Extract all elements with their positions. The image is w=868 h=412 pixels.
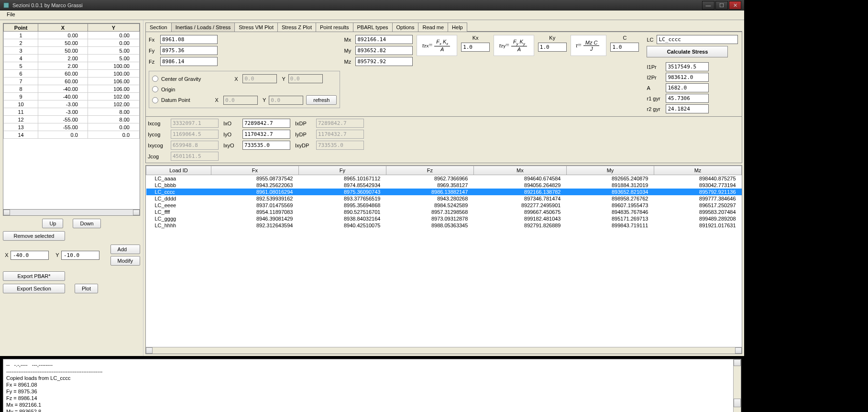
down-button[interactable]: Down <box>73 219 100 228</box>
points-hscroll[interactable] <box>3 209 140 216</box>
mz-input[interactable] <box>355 57 413 66</box>
x-input[interactable] <box>11 251 49 260</box>
maximize-button[interactable]: ☐ <box>715 1 728 10</box>
log-vscroll[interactable] <box>733 359 741 412</box>
titlebar[interactable]: Sezioni 0.0.1 by Marco Grassi — ☐ ✕ <box>0 0 744 11</box>
i1pr-field[interactable] <box>666 62 709 71</box>
tab-stress-z-plot[interactable]: Stress Z Plot <box>277 22 316 32</box>
table-row[interactable]: 10-3.00102.00 <box>4 100 140 108</box>
my-input[interactable] <box>355 46 413 55</box>
table-row[interactable]: LC_ffff8954.11897083890.5275167018957.31… <box>146 209 742 215</box>
cog-y-input <box>288 74 323 83</box>
table-row[interactable]: LC_hhhh892.3126435948940.425100758988.05… <box>146 222 742 229</box>
table-row[interactable]: 10.000.00 <box>4 32 140 39</box>
ky-input[interactable] <box>538 43 567 52</box>
r2-field[interactable] <box>666 104 709 113</box>
table-row[interactable]: LC_eeee8937.014755698995.356948688984.52… <box>146 202 742 209</box>
col-x[interactable]: X <box>38 24 88 32</box>
kx-input[interactable] <box>461 43 490 52</box>
a-field[interactable] <box>666 83 709 92</box>
up-button[interactable]: Up <box>42 219 63 228</box>
calculate-stress-button[interactable]: Calculate Stress <box>647 46 728 57</box>
tab-read-me[interactable]: Read me <box>418 22 448 32</box>
table-row[interactable]: 12-55.008.00 <box>4 116 140 123</box>
fz-input[interactable] <box>160 57 218 66</box>
ixyo-field[interactable] <box>242 141 290 150</box>
load-table[interactable]: Load IDFxFyFzMxMyMz LC_aaaa8955.08737542… <box>145 165 742 354</box>
table-row[interactable]: 42.005.00 <box>4 55 140 62</box>
menu-file[interactable]: File <box>3 11 19 18</box>
table-row[interactable]: 9-40.00102.00 <box>4 93 140 100</box>
r1-field[interactable] <box>666 94 709 103</box>
fy-input[interactable] <box>160 46 218 55</box>
table-row[interactable]: 350.005.00 <box>4 47 140 55</box>
tab-section[interactable]: Section <box>145 22 172 32</box>
scroll-right-icon[interactable] <box>133 210 140 215</box>
form-area: Fx Fy Fz Center of Gravity X Y Origin Da… <box>145 32 742 117</box>
tab-pbarl-types[interactable]: PBARL types <box>353 22 393 32</box>
mx-input[interactable] <box>355 35 413 44</box>
scroll-up-icon[interactable] <box>734 359 741 366</box>
radio-origin[interactable] <box>152 86 158 92</box>
tab-help[interactable]: Help <box>448 22 467 32</box>
table-row[interactable]: 760.00106.00 <box>4 78 140 85</box>
x-label: X <box>3 252 11 258</box>
tab-options[interactable]: Options <box>392 22 419 32</box>
col-fy[interactable]: Fy <box>298 166 386 175</box>
remove-selected-button[interactable]: Remove selected <box>3 231 65 241</box>
i2pr-field[interactable] <box>666 73 709 82</box>
col-my[interactable]: My <box>566 166 654 175</box>
fx-input[interactable] <box>160 35 218 44</box>
table-row[interactable]: 52.00100.00 <box>4 62 140 70</box>
close-button[interactable]: ✕ <box>729 1 741 10</box>
tab-inertias-loads-stress[interactable]: Inertias / Loads / Stress <box>171 22 235 32</box>
iyo-field[interactable] <box>242 130 290 139</box>
col-point[interactable]: Point <box>4 24 38 32</box>
lc-input[interactable] <box>657 35 738 44</box>
table-row[interactable]: LC_gggg8946.390814298938.840321648973.09… <box>146 215 742 222</box>
table-row[interactable]: LC_cccc8961.080162948975.360907438986.13… <box>146 189 742 195</box>
table-row[interactable]: 13-55.000.00 <box>4 123 140 131</box>
scroll-left-icon[interactable] <box>3 210 10 215</box>
scroll-thumb[interactable] <box>734 399 741 407</box>
col-mz[interactable]: Mz <box>654 166 741 175</box>
table-row[interactable]: 11-3.008.00 <box>4 108 140 116</box>
dp-y-input <box>269 96 303 105</box>
minimize-button[interactable]: — <box>702 1 714 10</box>
ixo-field[interactable] <box>242 119 290 128</box>
scroll-right-icon[interactable] <box>735 347 742 354</box>
y-label: Y <box>54 252 61 258</box>
radio-datum[interactable] <box>152 97 158 103</box>
table-row[interactable]: LC_bbbb8943.256220638974.855429348969.35… <box>146 182 742 189</box>
y-input[interactable] <box>61 251 99 260</box>
col-y[interactable]: Y <box>88 24 139 32</box>
table-row[interactable]: LC_dddd892.539939162893.3776565198943.28… <box>146 195 742 202</box>
export-section-button[interactable]: Export Section <box>3 284 65 293</box>
col-mx[interactable]: Mx <box>473 166 566 175</box>
table-row[interactable]: 660.00100.00 <box>4 70 140 78</box>
load-hscroll[interactable] <box>146 347 742 354</box>
col-fz[interactable]: Fz <box>386 166 473 175</box>
export-pbar-button[interactable]: Export PBAR* <box>3 271 65 281</box>
log-textarea[interactable]: -- -.-,---- ---,-------- ---------------… <box>3 359 741 412</box>
formula-tzy: τzy = Fy KyA <box>494 35 534 56</box>
plot-button[interactable]: Plot <box>75 284 98 293</box>
points-table[interactable]: Point X Y 10.000.00250.000.00350.005.004… <box>3 23 140 210</box>
table-row[interactable]: 250.000.00 <box>4 39 140 47</box>
table-row[interactable]: 140.00.0 <box>4 131 140 139</box>
tab-stress-vm-plot[interactable]: Stress VM Plot <box>234 22 278 32</box>
dp-x-input <box>223 96 258 105</box>
iycog-field <box>171 130 219 139</box>
col-load-id[interactable]: Load ID <box>146 166 211 175</box>
table-row[interactable]: 8-40.00106.00 <box>4 85 140 93</box>
c-input[interactable] <box>610 43 639 52</box>
col-fx[interactable]: Fx <box>211 166 298 175</box>
formula-tau: τ = Mz CJ <box>571 35 607 56</box>
scroll-left-icon[interactable] <box>146 347 153 354</box>
refresh-button[interactable]: refresh <box>306 95 337 105</box>
radio-cog[interactable] <box>152 76 158 82</box>
add-button[interactable]: Add <box>110 245 140 254</box>
modify-button[interactable]: Modify <box>110 256 140 266</box>
tab-point-results[interactable]: Point results <box>316 22 353 32</box>
table-row[interactable]: LC_aaaa8955.087375428965.101671128962.73… <box>146 175 742 182</box>
